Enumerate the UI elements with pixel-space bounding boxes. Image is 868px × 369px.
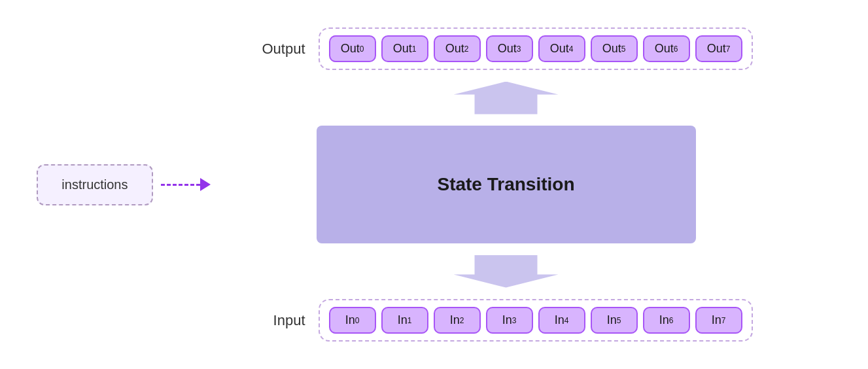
token-in3: In3 (486, 307, 533, 334)
input-token-container: In0 In1 In2 In3 In4 In5 In6 In7 (319, 299, 753, 342)
arrow-down-shape (454, 255, 559, 288)
input-label: Input (260, 312, 305, 329)
input-row: Input In0 In1 In2 In3 In4 In5 In6 In7 (75, 299, 794, 342)
token-out6: Out6 (643, 35, 690, 62)
token-out7: Out7 (695, 35, 742, 62)
token-in7: In7 (695, 307, 742, 334)
state-transition-box: State Transition (317, 126, 696, 243)
dashed-arrow (161, 178, 211, 191)
token-in2: In2 (434, 307, 481, 334)
middle-row: instructions State Transition (75, 126, 794, 243)
arrow-down-row (75, 255, 794, 288)
output-label: Output (260, 41, 305, 58)
instructions-box: instructions (37, 164, 152, 205)
arrow-head (200, 178, 211, 191)
token-in6: In6 (643, 307, 690, 334)
instructions-label: instructions (61, 177, 128, 192)
token-out3: Out3 (486, 35, 533, 62)
token-in5: In5 (591, 307, 638, 334)
dashed-line (161, 184, 200, 186)
token-out4: Out4 (538, 35, 585, 62)
arrow-up-shape (454, 82, 559, 114)
token-in4: In4 (538, 307, 585, 334)
token-in1: In1 (381, 307, 428, 334)
token-out2: Out2 (434, 35, 481, 62)
arrow-up-row (75, 82, 794, 114)
token-out5: Out5 (591, 35, 638, 62)
diagram: Output Out0 Out1 Out2 Out3 Out4 Out5 Out… (75, 14, 794, 355)
token-out0: Out0 (329, 35, 376, 62)
token-in0: In0 (329, 307, 376, 334)
output-token-container: Out0 Out1 Out2 Out3 Out4 Out5 Out6 Out7 (319, 27, 753, 70)
token-out1: Out1 (381, 35, 428, 62)
state-transition-label: State Transition (437, 174, 574, 195)
output-row: Output Out0 Out1 Out2 Out3 Out4 Out5 Out… (75, 27, 794, 70)
